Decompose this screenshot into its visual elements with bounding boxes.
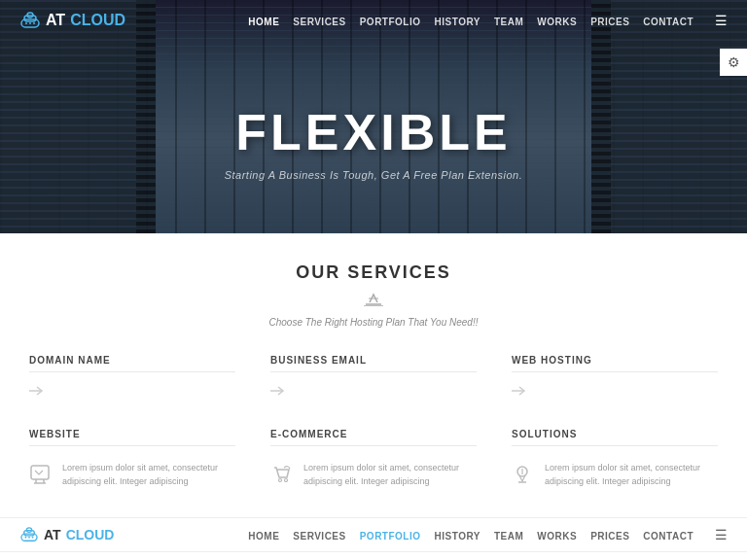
sticky-logo-cloud: CLOUD [66, 527, 115, 542]
services-title: OUR SERVICES [19, 262, 728, 283]
nav-item-history[interactable]: HISTORY [435, 12, 480, 29]
solutions-icon [512, 464, 535, 490]
settings-button[interactable]: ⚙ [720, 49, 747, 76]
nav-item-team[interactable]: TEAM [494, 12, 523, 29]
services-subtitle: Choose The Right Hosting Plan That You N… [19, 317, 728, 328]
sticky-hamburger[interactable]: ☰ [707, 526, 728, 543]
sticky-nav-contact[interactable]: CONTACT [643, 526, 694, 543]
service-email-label: BUSINESS EMAIL [270, 355, 477, 372]
service-hosting: WEB HOSTING [502, 347, 728, 405]
logo-cloud-text: CLOUD [70, 12, 125, 29]
svg-point-13 [25, 537, 27, 539]
sticky-nav-services[interactable]: SERVICES [293, 526, 345, 543]
sticky-navigation: AT CLOUD HOME SERVICES PORTFOLIO HISTORY… [0, 517, 747, 552]
ecommerce-text: Lorem ipsum dolor sit amet, consectetur … [303, 462, 477, 488]
svg-rect-6 [31, 466, 49, 479]
nav-item-portfolio[interactable]: PORTFOLIO [360, 12, 421, 29]
services-icon [19, 289, 728, 311]
nav-item-works[interactable]: WORKS [537, 12, 577, 29]
svg-rect-11 [24, 531, 35, 536]
services-grid: DOMAIN NAME BUSINESS EMAIL WEB HOSTING W… [19, 347, 728, 498]
hamburger-menu[interactable]: ☰ [707, 12, 728, 29]
service-hosting-label: WEB HOSTING [512, 355, 718, 372]
hero-content: FLEXIBLE Starting A Business Is Tough, G… [225, 41, 523, 233]
logo[interactable]: AT CLOUD [19, 12, 125, 29]
website-icon [29, 464, 53, 490]
hosting-arrow-icon [512, 384, 527, 398]
sticky-nav-links: HOME SERVICES PORTFOLIO HISTORY TEAM WOR… [248, 526, 728, 543]
service-website-label: WEBSITE [29, 429, 235, 446]
logo-icon [19, 12, 41, 29]
svg-point-4 [29, 22, 31, 24]
sticky-logo-icon [19, 527, 39, 542]
nav-links: HOME SERVICES PORTFOLIO HISTORY TEAM WOR… [248, 12, 728, 29]
service-ecommerce: E-COMMERCE Lorem ipsum dolor sit amet, c… [261, 421, 486, 498]
services-section: OUR SERVICES Choose The Right Hosting Pl… [0, 233, 747, 517]
website-text: Lorem ipsum dolor sit amet, consectetur … [62, 462, 235, 488]
sticky-nav-home[interactable]: HOME [248, 526, 279, 543]
service-website: WEBSITE Lorem ipsum dolor sit amet, cons… [19, 421, 245, 498]
service-solutions-label: SOLUTIONS [512, 429, 718, 446]
svg-rect-1 [24, 16, 36, 21]
domain-arrow-icon [29, 384, 45, 398]
solutions-text: Lorem ipsum dolor sit amet, consectetur … [545, 462, 718, 488]
hero-subtitle: Starting A Business Is Tough, Get A Free… [225, 169, 523, 181]
sticky-nav-prices[interactable]: PRICES [590, 526, 629, 543]
svg-point-5 [33, 22, 35, 24]
service-email: BUSINESS EMAIL [261, 347, 486, 405]
svg-point-15 [32, 537, 34, 539]
nav-item-prices[interactable]: PRICES [590, 12, 629, 29]
svg-point-14 [28, 537, 30, 539]
service-solutions: SOLUTIONS Lorem ipsum dolor sit amet, co… [502, 421, 728, 498]
svg-point-7 [279, 479, 282, 482]
sticky-nav-history[interactable]: HISTORY [435, 526, 480, 543]
service-domain-label: DOMAIN NAME [29, 355, 235, 372]
svg-point-8 [285, 479, 288, 482]
hero-title: FLEXIBLE [235, 103, 511, 161]
nav-item-home[interactable]: HOME [248, 12, 279, 29]
ecommerce-icon [270, 464, 294, 490]
nav-item-contact[interactable]: CONTACT [643, 12, 694, 29]
nav-item-services[interactable]: SERVICES [293, 12, 345, 29]
sticky-logo-at: AT [44, 527, 61, 542]
service-ecommerce-label: E-COMMERCE [270, 429, 477, 446]
sticky-logo[interactable]: AT CLOUD [19, 527, 114, 542]
gear-icon: ⚙ [728, 54, 740, 70]
service-domain: DOMAIN NAME [19, 347, 245, 405]
logo-at-text: AT [46, 12, 65, 29]
svg-point-3 [25, 22, 27, 24]
works-section: OUR WORKS Show Amazing Your Works [0, 552, 747, 560]
sticky-nav-team[interactable]: TEAM [494, 526, 523, 543]
hero-section: AT CLOUD HOME SERVICES PORTFOLIO HISTORY… [0, 0, 747, 233]
email-arrow-icon [270, 384, 286, 398]
top-navigation: AT CLOUD HOME SERVICES PORTFOLIO HISTORY… [0, 0, 747, 41]
sticky-nav-works[interactable]: WORKS [537, 526, 577, 543]
sticky-nav-portfolio[interactable]: PORTFOLIO [360, 526, 421, 543]
